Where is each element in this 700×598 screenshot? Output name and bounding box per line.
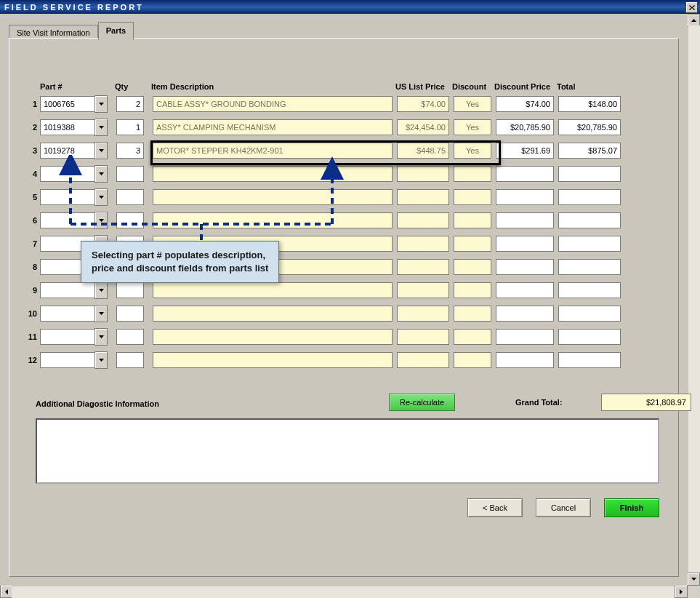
total-field [558, 236, 621, 252]
total-field [558, 329, 621, 345]
hdr-desc: Item Description [151, 82, 395, 91]
discount-field [454, 236, 491, 252]
qty-input[interactable] [116, 306, 144, 322]
list-price-field: $448.75 [397, 143, 449, 159]
part-number-dropdown[interactable] [94, 305, 108, 322]
callout-line2: price and discount fields from parts lis… [92, 262, 268, 275]
part-number-input[interactable] [40, 166, 94, 182]
back-button[interactable]: < Back [467, 498, 523, 517]
part-number-input[interactable] [40, 212, 94, 228]
discount-price-field[interactable] [496, 212, 554, 228]
discount-price-field[interactable] [496, 306, 554, 322]
list-price-field [397, 236, 449, 252]
part-number-dropdown[interactable] [94, 282, 108, 299]
chevron-down-icon [99, 359, 104, 362]
row-number: 12 [24, 356, 40, 364]
chevron-down-icon [99, 219, 104, 222]
grand-total-value: $21,808.97 [601, 394, 691, 411]
part-number-dropdown[interactable] [94, 165, 108, 183]
discount-price-field[interactable] [496, 189, 554, 205]
total-field [558, 282, 621, 298]
table-row: 210193881ASSY* CLAMPING MECHANISM$24,454… [24, 119, 664, 136]
part-number-input[interactable] [40, 352, 94, 368]
qty-input[interactable] [116, 329, 144, 345]
part-number-dropdown[interactable] [94, 212, 108, 229]
part-number-dropdown[interactable] [94, 119, 108, 136]
discount-price-field[interactable] [496, 166, 554, 182]
qty-input[interactable]: 2 [116, 96, 144, 112]
discount-field [454, 352, 491, 368]
description-field [153, 352, 393, 368]
discount-field [454, 329, 491, 345]
table-row: 310192783MOTOR* STEPPER KH42KM2-901$448.… [24, 142, 664, 159]
part-number-input[interactable] [40, 282, 94, 298]
chevron-down-icon [99, 149, 104, 152]
row-number: 5 [24, 193, 40, 202]
row-number: 9 [24, 286, 40, 295]
table-row: 6 [24, 212, 664, 229]
discount-price-field[interactable] [496, 259, 554, 275]
list-price-field [397, 352, 449, 368]
part-number-input[interactable] [40, 189, 94, 205]
qty-input[interactable]: 1 [116, 119, 144, 135]
chevron-down-icon [99, 312, 104, 315]
discount-field [454, 166, 491, 182]
part-number-input[interactable]: 1006765 [40, 96, 94, 112]
part-number-input[interactable] [40, 329, 94, 345]
list-price-field [397, 189, 449, 205]
total-field: $148.00 [558, 96, 621, 112]
qty-input[interactable] [116, 189, 144, 205]
scroll-down-button[interactable] [687, 573, 700, 586]
qty-input[interactable] [116, 166, 144, 182]
qty-input[interactable]: 3 [116, 143, 144, 159]
discount-price-field[interactable] [496, 282, 554, 298]
cancel-button[interactable]: Cancel [536, 498, 591, 517]
tab-parts[interactable]: Parts [98, 22, 134, 40]
discount-price-field[interactable] [496, 329, 554, 345]
chevron-up-icon [691, 19, 696, 22]
scrollbar-horizontal[interactable] [12, 586, 676, 598]
hdr-part: Part # [40, 82, 106, 91]
discount-price-field[interactable]: $74.00 [496, 96, 554, 112]
qty-input[interactable] [116, 352, 144, 368]
finish-button[interactable]: Finish [604, 498, 659, 517]
chevron-right-icon [680, 589, 683, 594]
part-number-dropdown[interactable] [94, 95, 108, 113]
hdr-dprice: Discount Price [494, 82, 557, 91]
scroll-right-button[interactable] [675, 585, 688, 598]
recalculate-button[interactable]: Re-calculate [389, 394, 455, 411]
discount-price-field[interactable] [496, 352, 554, 368]
additional-info-textarea[interactable] [36, 418, 659, 484]
titlebar: FIELD SERVICE REPORT [0, 0, 700, 14]
table-row: 12 [24, 351, 664, 369]
row-number: 10 [24, 309, 40, 318]
discount-field [454, 189, 491, 205]
qty-input[interactable] [116, 212, 144, 228]
hdr-qty: Qty [115, 82, 142, 91]
part-number-dropdown[interactable] [94, 188, 108, 206]
discount-price-field[interactable]: $20,785.90 [496, 119, 554, 135]
scrollbar-vertical[interactable] [688, 25, 700, 574]
discount-price-field[interactable] [496, 236, 554, 252]
hdr-price: US List Price [395, 82, 452, 91]
list-price-field [397, 306, 449, 322]
list-price-field [397, 282, 449, 298]
part-number-input[interactable]: 1019278 [40, 143, 94, 159]
part-number-dropdown[interactable] [94, 142, 108, 159]
discount-field: Yes [454, 119, 491, 135]
qty-input[interactable] [116, 282, 144, 298]
close-button[interactable] [685, 1, 698, 13]
list-price-field [397, 166, 449, 182]
hdr-discount: Discount [452, 82, 494, 91]
total-field [558, 306, 621, 322]
discount-field: Yes [454, 96, 491, 112]
part-number-dropdown[interactable] [94, 351, 108, 369]
part-number-input[interactable] [40, 306, 94, 322]
callout-line1: Selecting part # populates description, [92, 249, 268, 262]
table-row: 4 [24, 165, 664, 183]
scroll-corner [688, 586, 700, 598]
part-number-dropdown[interactable] [94, 328, 108, 346]
chevron-down-icon [99, 196, 104, 199]
part-number-input[interactable]: 1019388 [40, 119, 94, 135]
discount-price-field[interactable]: $291.69 [496, 143, 554, 159]
